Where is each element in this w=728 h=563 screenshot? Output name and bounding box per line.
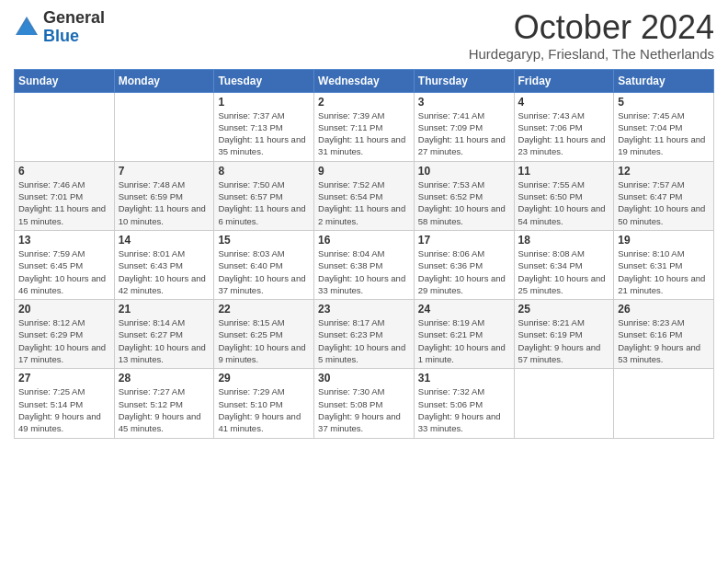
week-row-4: 20 Sunrise: 8:12 AM Sunset: 6:29 PM Dayl… [15, 300, 714, 369]
calendar-cell: 10 Sunrise: 7:53 AM Sunset: 6:52 PM Dayl… [414, 161, 514, 230]
header-friday: Friday [514, 69, 614, 92]
day-number: 16 [318, 234, 410, 247]
day-info: Sunrise: 7:25 AM Sunset: 5:14 PM Dayligh… [18, 386, 101, 433]
calendar-cell: 25 Sunrise: 8:21 AM Sunset: 6:19 PM Dayl… [514, 300, 614, 369]
day-info: Sunrise: 7:37 AM Sunset: 7:13 PM Dayligh… [218, 110, 305, 157]
week-row-3: 13 Sunrise: 7:59 AM Sunset: 6:45 PM Dayl… [15, 230, 714, 299]
page: General Blue October 2024 Hurdegaryp, Fr… [0, 0, 728, 563]
day-number: 23 [318, 303, 410, 316]
day-info: Sunrise: 7:50 AM Sunset: 6:57 PM Dayligh… [218, 179, 305, 226]
day-info: Sunrise: 8:12 AM Sunset: 6:29 PM Dayligh… [18, 317, 106, 364]
main-title: October 2024 [469, 9, 714, 46]
calendar-cell: 30 Sunrise: 7:30 AM Sunset: 5:08 PM Dayl… [314, 369, 415, 438]
header-thursday: Thursday [414, 69, 514, 92]
calendar-cell [514, 369, 614, 438]
day-info: Sunrise: 7:48 AM Sunset: 6:59 PM Dayligh… [119, 179, 206, 226]
day-info: Sunrise: 7:32 AM Sunset: 5:06 PM Dayligh… [418, 386, 501, 433]
day-info: Sunrise: 7:41 AM Sunset: 7:09 PM Dayligh… [418, 110, 506, 157]
calendar-cell: 22 Sunrise: 8:15 AM Sunset: 6:25 PM Dayl… [214, 300, 314, 369]
day-info: Sunrise: 7:45 AM Sunset: 7:04 PM Dayligh… [618, 110, 705, 157]
day-info: Sunrise: 7:30 AM Sunset: 5:08 PM Dayligh… [318, 386, 401, 433]
calendar-cell: 18 Sunrise: 8:08 AM Sunset: 6:34 PM Dayl… [514, 230, 614, 299]
day-info: Sunrise: 8:10 AM Sunset: 6:31 PM Dayligh… [618, 248, 705, 295]
day-number: 8 [218, 165, 310, 178]
calendar-cell [114, 92, 214, 161]
day-number: 15 [218, 234, 310, 247]
logo-text: General Blue [43, 9, 105, 46]
day-number: 5 [618, 96, 710, 109]
day-number: 31 [418, 372, 510, 385]
header-monday: Monday [114, 69, 214, 92]
day-number: 10 [418, 165, 510, 178]
calendar-cell: 4 Sunrise: 7:43 AM Sunset: 7:06 PM Dayli… [514, 92, 614, 161]
day-number: 6 [18, 165, 110, 178]
day-number: 29 [218, 372, 310, 385]
calendar-cell: 5 Sunrise: 7:45 AM Sunset: 7:04 PM Dayli… [614, 92, 714, 161]
week-row-2: 6 Sunrise: 7:46 AM Sunset: 7:01 PM Dayli… [15, 161, 714, 230]
day-info: Sunrise: 8:01 AM Sunset: 6:43 PM Dayligh… [119, 248, 206, 295]
calendar-cell: 29 Sunrise: 7:29 AM Sunset: 5:10 PM Dayl… [214, 369, 314, 438]
calendar-cell [614, 369, 714, 438]
day-info: Sunrise: 8:14 AM Sunset: 6:27 PM Dayligh… [119, 317, 206, 364]
day-info: Sunrise: 8:23 AM Sunset: 6:16 PM Dayligh… [618, 317, 700, 364]
day-number: 19 [618, 234, 710, 247]
day-info: Sunrise: 8:08 AM Sunset: 6:34 PM Dayligh… [518, 248, 606, 295]
calendar-cell: 31 Sunrise: 7:32 AM Sunset: 5:06 PM Dayl… [414, 369, 514, 438]
day-number: 7 [119, 165, 210, 178]
day-number: 9 [318, 165, 410, 178]
day-number: 22 [218, 303, 310, 316]
calendar-cell: 6 Sunrise: 7:46 AM Sunset: 7:01 PM Dayli… [15, 161, 115, 230]
day-number: 20 [18, 303, 110, 316]
day-info: Sunrise: 8:17 AM Sunset: 6:23 PM Dayligh… [318, 317, 405, 364]
calendar-cell: 13 Sunrise: 7:59 AM Sunset: 6:45 PM Dayl… [15, 230, 115, 299]
day-info: Sunrise: 7:39 AM Sunset: 7:11 PM Dayligh… [318, 110, 405, 157]
calendar-cell: 1 Sunrise: 7:37 AM Sunset: 7:13 PM Dayli… [214, 92, 314, 161]
day-number: 4 [518, 96, 610, 109]
day-number: 14 [119, 234, 210, 247]
day-number: 26 [618, 303, 710, 316]
logo: General Blue [14, 9, 105, 46]
header-wednesday: Wednesday [314, 69, 415, 92]
calendar-cell: 2 Sunrise: 7:39 AM Sunset: 7:11 PM Dayli… [314, 92, 415, 161]
day-info: Sunrise: 7:55 AM Sunset: 6:50 PM Dayligh… [518, 179, 606, 226]
day-number: 11 [518, 165, 610, 178]
calendar-cell: 3 Sunrise: 7:41 AM Sunset: 7:09 PM Dayli… [414, 92, 514, 161]
calendar-cell: 9 Sunrise: 7:52 AM Sunset: 6:54 PM Dayli… [314, 161, 415, 230]
day-number: 30 [318, 372, 410, 385]
day-number: 17 [418, 234, 510, 247]
logo-general-text: General [43, 9, 105, 28]
day-info: Sunrise: 7:43 AM Sunset: 7:06 PM Dayligh… [518, 110, 606, 157]
title-block: October 2024 Hurdegaryp, Friesland, The … [469, 9, 714, 62]
logo-icon [14, 15, 40, 40]
day-info: Sunrise: 7:53 AM Sunset: 6:52 PM Dayligh… [418, 179, 506, 226]
week-row-1: 1 Sunrise: 7:37 AM Sunset: 7:13 PM Dayli… [15, 92, 714, 161]
day-info: Sunrise: 7:46 AM Sunset: 7:01 PM Dayligh… [18, 179, 106, 226]
day-info: Sunrise: 7:57 AM Sunset: 6:47 PM Dayligh… [618, 179, 705, 226]
calendar-cell: 12 Sunrise: 7:57 AM Sunset: 6:47 PM Dayl… [614, 161, 714, 230]
header: General Blue October 2024 Hurdegaryp, Fr… [14, 9, 714, 62]
logo-blue-text: Blue [43, 28, 105, 46]
calendar-cell: 11 Sunrise: 7:55 AM Sunset: 6:50 PM Dayl… [514, 161, 614, 230]
day-number: 2 [318, 96, 410, 109]
day-info: Sunrise: 8:04 AM Sunset: 6:38 PM Dayligh… [318, 248, 405, 295]
day-info: Sunrise: 7:52 AM Sunset: 6:54 PM Dayligh… [318, 179, 405, 226]
header-saturday: Saturday [614, 69, 714, 92]
header-tuesday: Tuesday [214, 69, 314, 92]
day-number: 1 [218, 96, 310, 109]
day-number: 28 [119, 372, 210, 385]
calendar-cell: 23 Sunrise: 8:17 AM Sunset: 6:23 PM Dayl… [314, 300, 415, 369]
calendar-cell: 27 Sunrise: 7:25 AM Sunset: 5:14 PM Dayl… [15, 369, 115, 438]
calendar-cell: 7 Sunrise: 7:48 AM Sunset: 6:59 PM Dayli… [114, 161, 214, 230]
day-number: 27 [18, 372, 110, 385]
day-info: Sunrise: 8:19 AM Sunset: 6:21 PM Dayligh… [418, 317, 506, 364]
day-info: Sunrise: 8:15 AM Sunset: 6:25 PM Dayligh… [218, 317, 305, 364]
calendar-cell: 21 Sunrise: 8:14 AM Sunset: 6:27 PM Dayl… [114, 300, 214, 369]
calendar-table: Sunday Monday Tuesday Wednesday Thursday… [14, 69, 714, 439]
day-info: Sunrise: 7:29 AM Sunset: 5:10 PM Dayligh… [218, 386, 301, 433]
calendar-cell: 14 Sunrise: 8:01 AM Sunset: 6:43 PM Dayl… [114, 230, 214, 299]
day-number: 3 [418, 96, 510, 109]
calendar-cell: 20 Sunrise: 8:12 AM Sunset: 6:29 PM Dayl… [15, 300, 115, 369]
week-row-5: 27 Sunrise: 7:25 AM Sunset: 5:14 PM Dayl… [15, 369, 714, 438]
calendar-cell: 17 Sunrise: 8:06 AM Sunset: 6:36 PM Dayl… [414, 230, 514, 299]
calendar-cell: 24 Sunrise: 8:19 AM Sunset: 6:21 PM Dayl… [414, 300, 514, 369]
